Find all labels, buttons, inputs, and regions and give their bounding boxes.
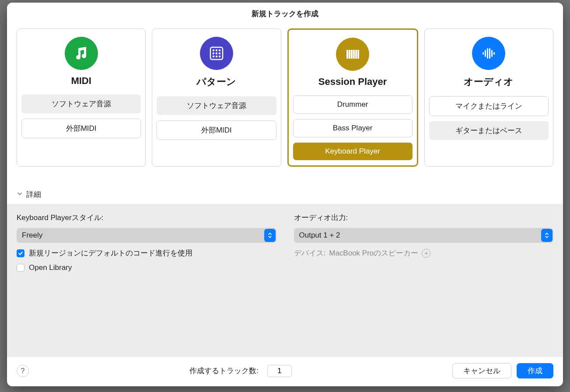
grid-icon xyxy=(200,37,233,70)
midi-note-icon xyxy=(65,37,98,70)
option-external-midi[interactable]: 外部MIDI xyxy=(157,120,276,140)
chord-progression-checkbox-row[interactable]: 新規リージョンにデフォルトのコード進行を使用 xyxy=(17,248,276,258)
svg-point-4 xyxy=(213,52,214,54)
svg-point-8 xyxy=(216,56,217,57)
svg-point-2 xyxy=(216,49,217,51)
option-external-midi[interactable]: 外部MIDI xyxy=(21,119,141,138)
option-guitar-bass[interactable]: ギターまたはベース xyxy=(429,121,549,140)
svg-rect-19 xyxy=(489,48,490,59)
option-mic-line[interactable]: マイクまたはライン xyxy=(429,96,549,116)
track-type-grid: MIDI ソフトウェア音源 外部MIDI パターン ソフトウェア音源 外部MID… xyxy=(7,22,563,173)
create-button[interactable]: 作成 xyxy=(517,363,553,378)
style-label: Keyboard Playerスタイル: xyxy=(17,213,276,223)
svg-point-3 xyxy=(219,49,220,51)
details-body: Keyboard Playerスタイル: Freely 新規リージョンにデフォル… xyxy=(7,204,563,357)
new-track-dialog: 新規トラックを作成 MIDI ソフトウェア音源 外部MIDI xyxy=(7,3,563,386)
output-value: Output 1 + 2 xyxy=(299,231,340,240)
question-mark-icon: ? xyxy=(21,367,25,375)
option-keyboard-player[interactable]: Keyboard Player xyxy=(293,143,413,160)
device-label-prefix: デバイス: xyxy=(294,248,326,258)
details-right-column: オーディオ出力: Output 1 + 2 デバイス: MacBook Proの… xyxy=(294,213,554,348)
chord-checkbox-label: 新規リージョンにデフォルトのコード進行を使用 xyxy=(29,248,192,258)
option-list: ソフトウェア音源 外部MIDI xyxy=(157,96,276,140)
details-disclosure[interactable]: 詳細 xyxy=(7,173,563,204)
card-title: オーディオ xyxy=(464,75,514,88)
checkbox-checked-icon xyxy=(17,249,24,257)
svg-rect-10 xyxy=(346,50,348,59)
svg-point-1 xyxy=(213,49,214,51)
chevron-down-icon xyxy=(17,191,23,199)
output-label: オーディオ出力: xyxy=(294,213,554,223)
details-label: 詳細 xyxy=(26,189,41,200)
svg-rect-15 xyxy=(357,50,359,59)
svg-point-9 xyxy=(219,56,220,57)
open-library-label: Open Library xyxy=(29,263,72,272)
card-title: Session Player xyxy=(318,76,387,88)
cancel-button[interactable]: キャンセル xyxy=(452,363,511,378)
piano-keys-icon xyxy=(336,38,369,71)
option-software-instrument[interactable]: ソフトウェア音源 xyxy=(21,94,141,113)
svg-rect-21 xyxy=(493,52,495,55)
card-title: MIDI xyxy=(71,75,91,87)
dialog-footer: ? 作成するトラック数: キャンセル 作成 xyxy=(7,357,563,386)
checkbox-unchecked-icon xyxy=(17,264,24,272)
style-value: Freely xyxy=(22,231,42,240)
waveform-icon xyxy=(472,37,505,70)
option-software-instrument[interactable]: ソフトウェア音源 xyxy=(157,96,276,115)
svg-rect-20 xyxy=(491,50,493,57)
svg-rect-12 xyxy=(351,50,353,59)
dialog-title: 新規トラックを作成 xyxy=(7,3,563,22)
device-value: MacBook Proのスピーカー xyxy=(329,248,418,258)
card-title: パターン xyxy=(196,75,236,88)
option-bass-player[interactable]: Bass Player xyxy=(293,119,413,137)
output-select[interactable]: Output 1 + 2 xyxy=(294,228,554,243)
svg-rect-11 xyxy=(349,50,350,59)
svg-rect-13 xyxy=(353,50,355,59)
svg-rect-16 xyxy=(483,52,484,55)
svg-point-7 xyxy=(213,56,214,57)
open-library-checkbox-row[interactable]: Open Library xyxy=(17,263,276,272)
help-button[interactable]: ? xyxy=(17,365,29,377)
track-count-input[interactable] xyxy=(267,365,292,377)
option-list: マイクまたはライン ギターまたはベース xyxy=(429,96,549,140)
arrow-right-circle-icon xyxy=(422,249,430,258)
track-card-midi[interactable]: MIDI ソフトウェア音源 外部MIDI xyxy=(17,28,146,167)
details-left-column: Keyboard Playerスタイル: Freely 新規リージョンにデフォル… xyxy=(17,213,276,348)
svg-point-6 xyxy=(219,52,220,54)
option-list: Drummer Bass Player Keyboard Player xyxy=(293,95,413,160)
svg-rect-14 xyxy=(355,50,357,59)
svg-point-5 xyxy=(216,52,217,54)
track-card-pattern[interactable]: パターン ソフトウェア音源 外部MIDI xyxy=(152,28,281,167)
device-text[interactable]: デバイス: MacBook Proのスピーカー xyxy=(294,248,554,258)
track-card-session-player[interactable]: Session Player Drummer Bass Player Keybo… xyxy=(287,28,418,167)
select-arrows-icon xyxy=(264,229,276,242)
option-drummer[interactable]: Drummer xyxy=(293,95,413,114)
style-select[interactable]: Freely xyxy=(17,228,276,243)
track-count-label: 作成するトラック数: xyxy=(189,366,259,376)
select-arrows-icon xyxy=(541,229,553,242)
svg-rect-17 xyxy=(485,50,486,57)
track-card-audio[interactable]: オーディオ マイクまたはライン ギターまたはベース xyxy=(424,28,553,167)
option-list: ソフトウェア音源 外部MIDI xyxy=(21,94,141,138)
svg-rect-18 xyxy=(487,48,488,59)
